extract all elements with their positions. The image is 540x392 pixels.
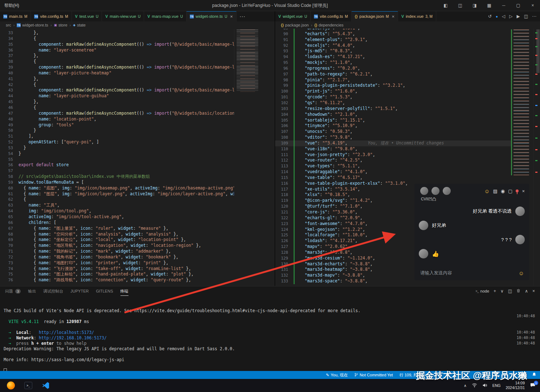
line-number: 118: [275, 192, 294, 198]
code-line: 106 "tinymce": "^5.10.9",: [275, 123, 511, 129]
panel-tab-JUPYTER[interactable]: JUPYTER: [70, 286, 89, 296]
open-changes-icon[interactable]: ●: [496, 15, 498, 19]
code-line: 53 }: [0, 145, 234, 151]
more-actions-icon[interactable]: ⋯: [532, 14, 536, 19]
toggle-sidebar-icon[interactable]: ◧: [438, 0, 453, 11]
chat-input[interactable]: 请输入发送内容 ☺: [420, 270, 524, 276]
tab-package.json[interactable]: {}package.jsonM×: [352, 11, 398, 21]
statusbar-commit[interactable]: Not Committed Yet: [354, 372, 393, 378]
minimap-left[interactable]: [234, 29, 265, 286]
tab-label: main.ts: [9, 14, 22, 19]
tab-overflow-icon[interactable]: ⋯: [237, 11, 248, 21]
tray-expand-icon[interactable]: ∧: [464, 383, 467, 388]
line-number: 50: [0, 128, 19, 134]
image-icon[interactable]: ▨: [493, 188, 497, 194]
breadcrumb-item-src[interactable]: src: [6, 23, 11, 27]
editor-left[interactable]: 33 },34 {35 component: markRaw(defineAsy…: [0, 29, 275, 286]
close-panel-icon[interactable]: ×: [532, 289, 535, 294]
chat-input-emoji-icon[interactable]: ☺: [519, 270, 524, 276]
tab-test.vue[interactable]: Vtest.vueU: [72, 11, 102, 21]
breadcrumb-label: store: [58, 23, 67, 27]
code-text: }: [19, 151, 21, 157]
breadcrumb-item-store[interactable]: ▣store: [54, 23, 68, 27]
breadcrumb-item-state[interactable]: ◈state: [73, 23, 86, 27]
overview-ruler[interactable]: [533, 29, 540, 286]
maximize-button[interactable]: ▢: [511, 0, 525, 11]
emoji-picker-icon[interactable]: ☺: [484, 188, 490, 194]
nav-back-icon[interactable]: ◁: [502, 14, 505, 19]
terminal-profile[interactable]: >_node: [475, 289, 489, 293]
toggle-panel-icon[interactable]: ◫: [453, 0, 467, 11]
panel-tab-问题[interactable]: 问题3: [5, 286, 21, 296]
terminal-app-icon[interactable]: >_: [24, 381, 33, 390]
notification-center-icon[interactable]: 1: [530, 383, 536, 388]
breadcrumb-label: widget-store.ts: [22, 23, 48, 27]
notifications-bell-icon[interactable]: [532, 372, 536, 377]
toggle-secondary-sidebar-icon[interactable]: ◨: [467, 0, 482, 11]
pin-icon[interactable]: [516, 189, 519, 192]
tab-vite.config.ts[interactable]: TSvite.config.tsM: [31, 11, 71, 21]
nav-forward-icon[interactable]: ▷: [509, 14, 512, 19]
line-number: 107: [275, 129, 294, 135]
vscode-app-icon[interactable]: [41, 381, 50, 390]
minimize-button[interactable]: ─: [496, 0, 511, 11]
tab-label: test.vue: [79, 14, 94, 19]
tab-git-badge: U: [96, 15, 98, 19]
scrollbar-slider[interactable]: [536, 29, 540, 73]
browser-app-icon[interactable]: [7, 381, 15, 390]
panel-tab-终端[interactable]: 终端: [120, 286, 128, 296]
terminal-dropdown-icon[interactable]: ∨: [500, 289, 504, 294]
menu-help[interactable]: 帮助(H): [0, 3, 24, 9]
breadcrumb-item-dependencies[interactable]: {}dependencies: [314, 23, 343, 27]
line-number: 74: [0, 266, 19, 272]
split-editor-icon[interactable]: ◫: [524, 14, 528, 19]
code-line: 101 "qrcode": "^1.5.3",: [275, 94, 511, 100]
run-icon[interactable]: ▶: [516, 14, 520, 19]
tab-close-icon[interactable]: ×: [230, 14, 233, 19]
terminal-timestamp: 10:40:48: [516, 335, 535, 340]
box-icon[interactable]: ▢: [508, 188, 512, 194]
kill-terminal-icon[interactable]: [516, 289, 520, 294]
chat-close-icon[interactable]: ×: [522, 188, 525, 194]
history-icon[interactable]: ↺: [488, 14, 492, 19]
volume-icon[interactable]: [482, 383, 487, 388]
input-language[interactable]: ENG: [492, 383, 501, 388]
tab-vite.config.ts[interactable]: TSvite.config.tsM: [311, 11, 351, 21]
tab-main-view.vue[interactable]: Vmain-view.vueU: [102, 11, 144, 21]
problems-count-badge: 3: [15, 289, 21, 294]
close-button[interactable]: ×: [525, 0, 540, 11]
vscode-window: 帮助(H) package.json - LinYeFangHuo - Visu…: [0, 0, 540, 392]
avatar[interactable]: [420, 187, 428, 195]
new-terminal-icon[interactable]: +: [494, 289, 496, 294]
avatar[interactable]: [443, 187, 451, 195]
terminal[interactable]: The CJS build of Vite's Node API is depr…: [0, 296, 540, 373]
line-number: 44: [0, 93, 19, 99]
wifi-icon[interactable]: [472, 383, 477, 388]
tab-widget.vue[interactable]: Vwidget.vueU: [275, 11, 311, 21]
panel-tab-输出[interactable]: 输出: [28, 286, 36, 296]
clock[interactable]: 14:09 2024/12/31: [506, 381, 525, 390]
tab-close-icon[interactable]: ×: [392, 14, 394, 19]
contact-icon[interactable]: ◉: [501, 188, 505, 194]
code-line: 54}: [0, 151, 234, 157]
avatar[interactable]: [431, 187, 439, 195]
terminal-line: → Local: http://localhost:5173/: [4, 330, 540, 335]
panel-tab-调试控制台[interactable]: 调试控制台: [43, 286, 63, 296]
line-number: 36: [0, 48, 19, 53]
vue-file-icon: V: [105, 14, 108, 19]
tab-mars-map.vue[interactable]: Vmars-map.vueU: [144, 11, 187, 21]
customize-layout-icon[interactable]: ▦: [482, 0, 496, 11]
maximize-panel-icon[interactable]: ∧: [525, 289, 528, 294]
chat-title: CVII凹凸: [414, 195, 529, 202]
tab-index.vue[interactable]: Vindex.vue3, M: [398, 11, 436, 21]
panel-tab-GITLENS[interactable]: GITLENS: [96, 286, 113, 296]
tab-main.ts[interactable]: TSmain.tsM: [0, 11, 31, 21]
line-number: 73: [0, 260, 19, 266]
breadcrumb-item-package.json[interactable]: {}package.json: [281, 23, 309, 27]
breadcrumb-item-widget-store.ts[interactable]: TSwidget-store.ts: [17, 23, 48, 27]
code-text: "print-js": "^1.6.0",: [295, 89, 357, 94]
tab-widget-store.ts[interactable]: TSwidget-store.tsU×: [187, 11, 237, 21]
statusbar-blame[interactable]: ✎ You, 现在: [326, 372, 348, 378]
code-line: 33 },: [0, 30, 234, 36]
split-terminal-icon[interactable]: ◫: [508, 289, 512, 294]
